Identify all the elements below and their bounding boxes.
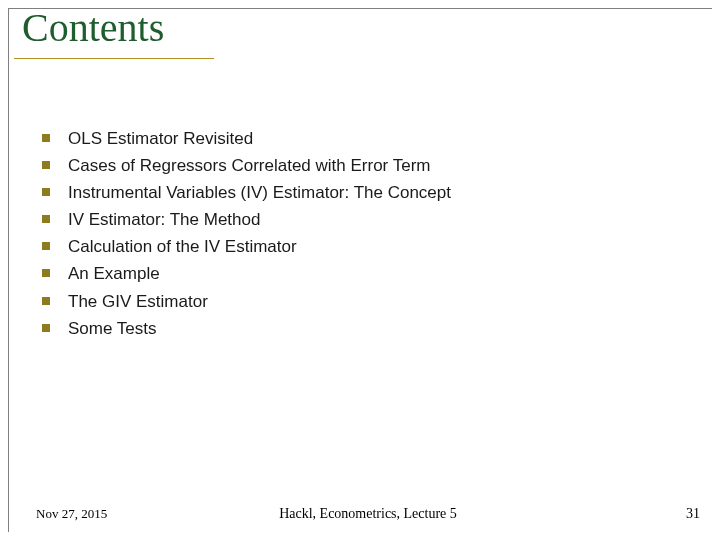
square-bullet-icon (42, 297, 50, 305)
slide-title: Contents (22, 6, 164, 50)
slide-footer: Nov 27, 2015 Hackl, Econometrics, Lectur… (36, 506, 700, 522)
list-item-text: Cases of Regressors Correlated with Erro… (68, 155, 430, 177)
square-bullet-icon (42, 242, 50, 250)
square-bullet-icon (42, 324, 50, 332)
list-item-text: Instrumental Variables (IV) Estimator: T… (68, 182, 451, 204)
list-item: The GIV Estimator (42, 291, 662, 313)
list-item-text: Calculation of the IV Estimator (68, 236, 297, 258)
list-item: Some Tests (42, 318, 662, 340)
list-item: Instrumental Variables (IV) Estimator: T… (42, 182, 662, 204)
list-item: OLS Estimator Revisited (42, 128, 662, 150)
contents-list: OLS Estimator Revisited Cases of Regress… (42, 128, 662, 345)
list-item-text: OLS Estimator Revisited (68, 128, 253, 150)
title-underline (14, 58, 214, 59)
title-wrap: Contents (22, 6, 164, 50)
footer-center: Hackl, Econometrics, Lecture 5 (279, 506, 457, 522)
list-item: An Example (42, 263, 662, 285)
list-item: Calculation of the IV Estimator (42, 236, 662, 258)
square-bullet-icon (42, 134, 50, 142)
list-item: Cases of Regressors Correlated with Erro… (42, 155, 662, 177)
square-bullet-icon (42, 188, 50, 196)
square-bullet-icon (42, 269, 50, 277)
list-item-text: An Example (68, 263, 160, 285)
footer-date: Nov 27, 2015 (36, 506, 107, 522)
list-item-text: IV Estimator: The Method (68, 209, 260, 231)
list-item-text: Some Tests (68, 318, 157, 340)
square-bullet-icon (42, 161, 50, 169)
list-item: IV Estimator: The Method (42, 209, 662, 231)
footer-page-number: 31 (686, 506, 700, 522)
square-bullet-icon (42, 215, 50, 223)
list-item-text: The GIV Estimator (68, 291, 208, 313)
